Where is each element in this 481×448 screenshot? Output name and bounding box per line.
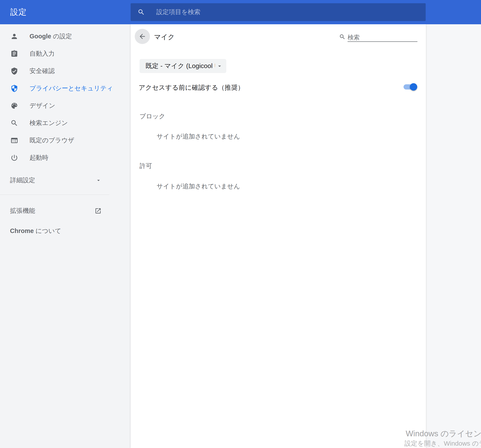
browser-icon (10, 137, 18, 144)
sidebar-item-on-startup[interactable]: 起動時 (0, 149, 109, 166)
page-background-right (426, 24, 481, 448)
content-card: マイク 検索 既定 - マイク (Logicool USB H アクセスする前に… (131, 24, 426, 448)
settings-search-field[interactable]: 設定項目を検索 (131, 3, 426, 21)
about-label: Chrome について (10, 227, 61, 235)
site-search-placeholder: 検索 (348, 33, 360, 42)
sidebar-item-about-chrome[interactable]: Chrome について (0, 222, 109, 240)
sidebar-item-label: Google の設定 (30, 32, 72, 41)
sidebar-item-extensions[interactable]: 拡張機能 (0, 202, 109, 220)
shield-check-icon (10, 67, 18, 75)
search-icon (138, 8, 145, 16)
palette-icon (10, 102, 18, 110)
header-bar: 設定 設定項目を検索 (0, 0, 481, 24)
person-icon (10, 32, 18, 40)
sidebar-item-safety-check[interactable]: 安全確認 (0, 62, 109, 80)
toggle-knob (410, 83, 417, 91)
sidebar-item-label: 検索エンジン (30, 119, 68, 127)
page-title: マイク (154, 32, 175, 42)
sidebar-item-advanced[interactable]: 詳細設定 (0, 174, 109, 187)
sidebar-item-appearance[interactable]: デザイン (0, 97, 109, 114)
settings-search-placeholder: 設定項目を検索 (156, 8, 201, 16)
sidebar-item-label: デザイン (30, 102, 55, 110)
sidebar-item-label: 既定のブラウザ (30, 136, 74, 145)
open-in-new-icon (95, 207, 102, 214)
ask-before-access-label: アクセスする前に確認する（推奨） (139, 83, 244, 92)
sidebar-item-label: 自動入力 (30, 49, 55, 58)
clipboard-icon (10, 50, 18, 58)
block-empty-text: サイトが追加されていません (157, 132, 240, 141)
sidebar-item-privacy-security[interactable]: プライバシーとセキュリティ (0, 80, 109, 97)
sidebar-item-search-engine[interactable]: 検索エンジン (0, 114, 109, 132)
search-icon (339, 34, 346, 40)
sidebar-item-autofill[interactable]: 自動入力 (0, 45, 109, 62)
sidebar-item-label: 安全確認 (30, 67, 55, 75)
dropdown-caret-icon (216, 63, 223, 69)
site-search-field[interactable]: 検索 (339, 33, 418, 43)
extensions-label: 拡張機能 (10, 206, 35, 215)
sidebar-item-default-browser[interactable]: 既定のブラウザ (0, 132, 109, 149)
sidebar-item-google-settings[interactable]: Google の設定 (0, 28, 109, 45)
site-search-underline (348, 41, 417, 42)
microphone-device-dropdown[interactable]: 既定 - マイク (Logicool USB H (140, 59, 226, 73)
power-icon (10, 154, 18, 162)
ask-before-access-toggle[interactable] (404, 84, 417, 89)
back-button[interactable] (135, 29, 150, 44)
allow-section-title: 許可 (140, 162, 152, 170)
search-icon (10, 119, 18, 127)
block-section-title: ブロック (140, 112, 165, 121)
sidebar-nav: Google の設定 自動入力 安全確認 プライバシーとセキュリティ デザイン … (0, 24, 131, 448)
security-shield-icon (10, 85, 18, 92)
chrome-settings-page: 設定 設定項目を検索 Google の設定 自動入力 安全確認 プライバシーとセ… (0, 0, 481, 448)
chevron-down-icon (96, 177, 102, 183)
arrow-back-icon (138, 32, 146, 40)
sidebar-divider (0, 195, 109, 195)
sidebar-item-label: 起動時 (30, 154, 48, 162)
sidebar-item-label: プライバシーとセキュリティ (30, 84, 113, 93)
allow-empty-text: サイトが追加されていません (157, 182, 240, 191)
microphone-device-value: 既定 - マイク (Logicool USB H (146, 62, 215, 70)
advanced-label: 詳細設定 (10, 176, 35, 185)
page-header-title: 設定 (10, 0, 27, 24)
